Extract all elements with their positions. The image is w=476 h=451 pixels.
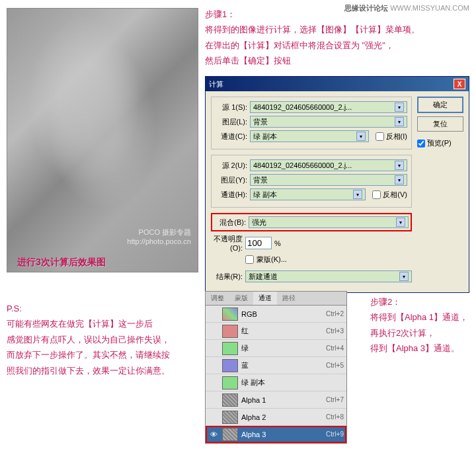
visibility-eye-icon[interactable] xyxy=(208,412,219,423)
source2-group: 源 2(U): 4840192_024605660000_2.j...▾ 图层(… xyxy=(211,155,412,208)
channels-panel: 调整蒙版通道路径 RGBCtrl+2红Ctrl+3绿Ctrl+4蓝Ctrl+5绿… xyxy=(205,291,347,444)
mask-checkbox[interactable]: 蒙版(K)... xyxy=(211,255,412,265)
channel-thumbnail xyxy=(222,428,238,441)
panel-tab[interactable]: 路径 xyxy=(277,292,301,305)
ps-note: P.S: 可能有些网友在做完【计算】这一步后 感觉图片有点吓人，误以为自己操作失… xyxy=(7,301,198,378)
visibility-eye-icon[interactable] xyxy=(208,343,219,354)
close-button[interactable]: X xyxy=(454,79,465,89)
channel-thumbnail xyxy=(222,342,238,355)
preview-checkbox[interactable]: 预览(P) xyxy=(417,138,463,148)
visibility-eye-icon[interactable]: 👁 xyxy=(208,429,219,440)
chevron-down-icon: ▾ xyxy=(395,175,404,184)
channel-thumbnail xyxy=(222,359,238,372)
invert2-checkbox[interactable]: 反相(V) xyxy=(372,190,407,200)
channel-name: 蓝 xyxy=(241,360,323,370)
channel-shortcut: Ctrl+7 xyxy=(326,396,344,403)
channel-name: 绿 副本 xyxy=(241,378,340,388)
panel-tab[interactable]: 调整 xyxy=(206,292,229,305)
visibility-eye-icon[interactable] xyxy=(208,326,219,337)
source2-channel-select[interactable]: 绿 副本▾ xyxy=(250,188,366,200)
channel-thumbnail xyxy=(222,308,238,321)
blend-row-highlight: 混合(B): 强光▾ xyxy=(211,213,412,231)
channel-row[interactable]: Alpha 1Ctrl+7 xyxy=(206,391,346,409)
preview-image: POCO 摄影专题 http://photo.poco.cn 进行3次计算后效果… xyxy=(7,8,198,272)
channel-shortcut: Ctrl+8 xyxy=(326,413,344,421)
source1-label: 源 1(S): xyxy=(216,102,247,112)
panel-tab[interactable]: 蒙版 xyxy=(229,292,253,305)
visibility-eye-icon[interactable] xyxy=(208,360,219,371)
channel-row[interactable]: Alpha 2Ctrl+8 xyxy=(206,409,346,426)
chevron-down-icon: ▾ xyxy=(395,161,404,170)
step2-instructions: 步骤2： 将得到【Alpha 1】通道， 再执行2次计算， 得到【Alpha 3… xyxy=(370,294,473,356)
source2-file-select[interactable]: 4840192_024605660000_2.j...▾ xyxy=(250,159,407,171)
channel2-label: 通道(H): xyxy=(216,190,247,200)
channel-row[interactable]: 绿Ctrl+4 xyxy=(206,340,346,357)
chevron-down-icon: ▾ xyxy=(396,218,405,227)
panel-tab[interactable]: 通道 xyxy=(253,292,277,305)
panel-tabs: 调整蒙版通道路径 xyxy=(206,292,346,306)
source2-label: 源 2(U): xyxy=(216,161,247,171)
source1-file-select[interactable]: 4840192_024605660000_2.j...▾ xyxy=(250,101,407,113)
blend-label: 混合(B): xyxy=(214,218,246,227)
visibility-eye-icon[interactable] xyxy=(208,309,219,319)
ok-button[interactable]: 确定 xyxy=(417,97,463,113)
channel-thumbnail xyxy=(222,411,238,424)
chevron-down-icon: ▾ xyxy=(395,102,404,112)
reset-button[interactable]: 复位 xyxy=(417,116,463,132)
source2-layer-select[interactable]: 背景▾ xyxy=(250,174,407,186)
result-select[interactable]: 新建通道▾ xyxy=(245,270,412,282)
chevron-down-icon: ▾ xyxy=(353,190,362,199)
channel-name: 绿 xyxy=(241,343,323,353)
result-label: 结果(R): xyxy=(211,272,243,282)
channel-row[interactable]: RGBCtrl+2 xyxy=(206,306,346,323)
chevron-down-icon: ▾ xyxy=(356,132,366,141)
channel-shortcut: Ctrl+2 xyxy=(326,310,344,317)
visibility-eye-icon[interactable] xyxy=(208,378,219,388)
channel-shortcut: Ctrl+5 xyxy=(326,362,344,369)
channel1-label: 通道(C): xyxy=(216,132,247,142)
calculations-dialog: 计算 X 源 1(S): 4840192_024605660000_2.j...… xyxy=(205,76,469,293)
layer2-label: 图层(Y): xyxy=(216,175,247,185)
percent-label: % xyxy=(274,239,281,247)
dialog-titlebar[interactable]: 计算 X xyxy=(206,77,469,91)
channel-shortcut: Ctrl+9 xyxy=(326,430,344,438)
channel-name: Alpha 1 xyxy=(241,396,323,404)
channel-thumbnail xyxy=(222,325,238,338)
channel-shortcut: Ctrl+4 xyxy=(326,345,344,352)
channel-name: Alpha 2 xyxy=(241,413,323,421)
source1-group: 源 1(S): 4840192_024605660000_2.j...▾ 图层(… xyxy=(211,97,412,149)
opacity-label: 不透明度(O): xyxy=(211,234,243,252)
chevron-down-icon: ▾ xyxy=(395,117,404,126)
invert1-checkbox[interactable]: 反相(I) xyxy=(376,132,407,142)
preview-logo: POCO 摄影专题 http://photo.poco.cn xyxy=(127,227,191,245)
channels-list: RGBCtrl+2红Ctrl+3绿Ctrl+4蓝Ctrl+5绿 副本Alpha … xyxy=(206,306,346,443)
channel-name: RGB xyxy=(241,310,323,318)
visibility-eye-icon[interactable] xyxy=(208,395,219,405)
dialog-title: 计算 xyxy=(209,79,223,89)
source1-channel-select[interactable]: 绿 副本▾ xyxy=(250,130,369,142)
step1-instructions: 步骤1： 将得到的图像进行计算，选择【图像】【计算】菜单项。 在弹出的【计算】对… xyxy=(205,7,443,69)
channel-row[interactable]: 👁Alpha 3Ctrl+9 xyxy=(206,426,346,443)
channel-name: 红 xyxy=(241,326,323,336)
layer1-label: 图层(L): xyxy=(216,117,247,127)
preview-caption: 进行3次计算后效果图 xyxy=(17,257,106,268)
source1-layer-select[interactable]: 背景▾ xyxy=(250,116,407,128)
channel-thumbnail xyxy=(222,376,238,390)
channel-shortcut: Ctrl+3 xyxy=(326,327,344,335)
channel-row[interactable]: 绿 副本 xyxy=(206,374,346,391)
channel-thumbnail xyxy=(222,393,238,407)
channel-row[interactable]: 蓝Ctrl+5 xyxy=(206,357,346,374)
channel-name: Alpha 3 xyxy=(241,430,323,438)
chevron-down-icon: ▾ xyxy=(399,272,409,281)
opacity-input[interactable] xyxy=(245,237,272,249)
channel-row[interactable]: 红Ctrl+3 xyxy=(206,323,346,340)
blend-select[interactable]: 强光▾ xyxy=(249,216,409,228)
